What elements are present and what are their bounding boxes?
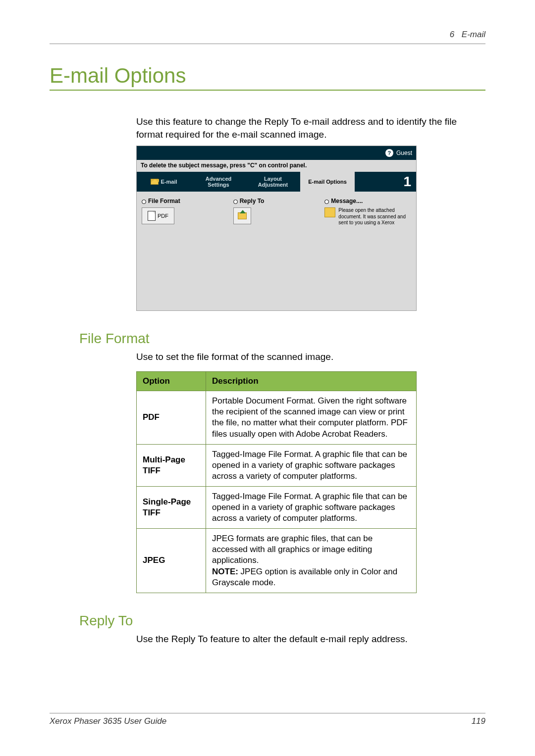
message-box[interactable]: Please open the attached document. It wa…: [324, 207, 411, 226]
table-row: Single-Page TIFF Tagged-Image File Forma…: [137, 486, 417, 528]
page-indicator: 1: [403, 174, 416, 190]
radio-icon: [233, 200, 238, 204]
col-message: Message.... Please open the attached doc…: [324, 198, 411, 304]
opt-name: JPEG: [137, 529, 206, 593]
device-screenshot: ? Guest To delete the subject message, p…: [136, 146, 417, 311]
email-icon: [151, 179, 159, 185]
message-text: Please open the attached document. It wa…: [338, 207, 411, 226]
screenshot-tabs: E-mail Advanced Settings Layout Adjustme…: [137, 172, 416, 192]
chapter-number: 6: [450, 30, 454, 39]
tab-advanced-settings[interactable]: Advanced Settings: [191, 172, 246, 192]
message-title: Message....: [324, 198, 411, 204]
chapter-section: E-mail: [462, 30, 485, 39]
table-row: JPEG JPEG formats are graphic files, tha…: [137, 529, 417, 593]
opt-desc: Tagged-Image File Format. A graphic file…: [206, 486, 417, 528]
page-title: E-mail Options: [50, 64, 485, 91]
radio-icon: [142, 200, 146, 204]
opt-name: Multi-Page TIFF: [137, 444, 206, 486]
intro-paragraph: Use this feature to change the Reply To …: [136, 115, 485, 141]
section-reply-to: Reply To: [79, 613, 485, 629]
th-option: Option: [137, 372, 206, 391]
tab-email-label: E-mail: [160, 179, 177, 185]
file-format-title: File Format: [142, 198, 228, 204]
opt-desc: Portable Document Format. Given the righ…: [206, 391, 417, 444]
table-row: PDF Portable Document Format. Given the …: [137, 391, 417, 444]
tab-email-options[interactable]: E-mail Options: [300, 172, 355, 192]
document-icon: [148, 211, 156, 221]
tab-layout-label: Layout Adjustment: [251, 176, 295, 188]
opt-desc: Tagged-Image File Format. A graphic file…: [206, 444, 417, 486]
screenshot-body: File Format PDF Reply To Message....: [137, 192, 416, 310]
jpeg-desc-main: JPEG formats are graphic files, that can…: [212, 534, 373, 565]
th-description: Description: [206, 372, 417, 391]
envelope-reply-icon: [238, 212, 247, 219]
message-icon: [324, 207, 335, 217]
section-file-format: File Format: [79, 331, 485, 347]
footer-left: Xerox Phaser 3635 User Guide: [50, 716, 166, 726]
note-text: JPEG option is available only in Color a…: [212, 567, 397, 587]
file-format-button[interactable]: PDF: [142, 207, 174, 224]
radio-icon: [324, 200, 329, 204]
screenshot-hint: To delete the subject message, press "C"…: [137, 160, 416, 172]
col-reply-to: Reply To: [233, 198, 320, 304]
tab-advanced-label: Advanced Settings: [196, 176, 241, 188]
reply-to-label: Reply To: [240, 198, 265, 204]
tab-options-label: E-mail Options: [308, 179, 347, 185]
tab-layout-adjustment[interactable]: Layout Adjustment: [246, 172, 300, 192]
reply-to-intro: Use the Reply To feature to alter the de…: [136, 634, 485, 645]
reply-to-button[interactable]: [233, 207, 251, 224]
file-format-intro: Use to set the file format of the scanne…: [136, 352, 485, 362]
opt-name: PDF: [137, 391, 206, 444]
guest-icon: ?: [385, 149, 393, 157]
file-format-table: Option Description PDF Portable Document…: [136, 371, 417, 593]
col-file-format: File Format PDF: [142, 198, 228, 304]
opt-desc: JPEG formats are graphic files, that can…: [206, 529, 417, 593]
note-label: NOTE:: [212, 567, 238, 576]
screenshot-topbar: ? Guest: [137, 146, 416, 160]
table-row: Multi-Page TIFF Tagged-Image File Format…: [137, 444, 417, 486]
table-header-row: Option Description: [137, 372, 417, 391]
page-footer: Xerox Phaser 3635 User Guide 119: [50, 713, 485, 726]
tab-email[interactable]: E-mail: [137, 172, 191, 192]
guest-label: Guest: [396, 150, 412, 156]
file-format-value: PDF: [158, 213, 168, 219]
reply-to-title: Reply To: [233, 198, 320, 204]
opt-name: Single-Page TIFF: [137, 486, 206, 528]
footer-right: 119: [472, 716, 485, 726]
file-format-label: File Format: [148, 198, 180, 204]
message-label: Message....: [331, 198, 363, 204]
page-header: 6 E-mail: [50, 30, 485, 44]
